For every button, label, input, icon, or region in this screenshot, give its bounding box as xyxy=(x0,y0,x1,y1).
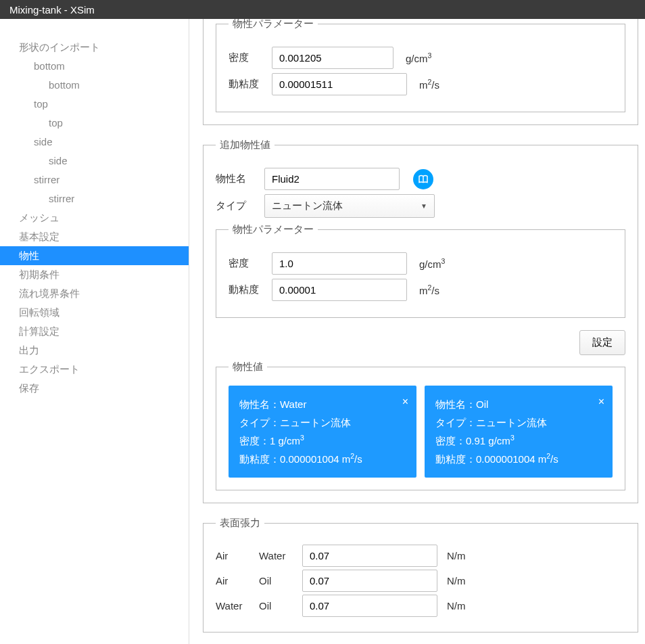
tension-pair1: Air xyxy=(216,575,254,586)
viscosity-input-1[interactable] xyxy=(272,73,407,95)
property-card-1: ×物性名：Oilタイプ：ニュートン流体密度：0.91 g/cm3動粘度：0.00… xyxy=(425,386,613,478)
prop-type-label: タイプ xyxy=(216,200,256,212)
sidebar-item-13[interactable]: 流れ境界条件 xyxy=(0,284,189,303)
chevron-down-icon: ▼ xyxy=(421,202,427,210)
sidebar-item-4[interactable]: top xyxy=(0,114,189,133)
tension-row-1: AirOilN/m xyxy=(216,570,625,592)
legend-phys-param-2: 物性パラメーター xyxy=(229,223,318,236)
sidebar-item-1[interactable]: bottom xyxy=(0,57,189,76)
legend-phys-param-1: 物性パラメーター xyxy=(229,19,318,30)
library-icon[interactable] xyxy=(413,169,433,189)
sidebar-item-7[interactable]: stirrer xyxy=(0,170,189,189)
card-density: 密度：0.91 g/cm3 xyxy=(435,432,602,450)
sidebar: 形状のインポートbottombottomtoptopsidesidestirre… xyxy=(0,19,189,644)
window-title-bar: Mixing-tank - XSim xyxy=(0,0,645,19)
prop-name-label: 物性名 xyxy=(216,172,256,185)
sidebar-item-16[interactable]: 出力 xyxy=(0,341,189,360)
card-viscosity: 動粘度：0.000001004 m2/s xyxy=(435,450,602,468)
sidebar-item-0[interactable]: 形状のインポート xyxy=(0,38,189,57)
viscosity-input-2[interactable] xyxy=(272,279,407,301)
viscosity-unit-1: m2/s xyxy=(419,78,439,91)
card-type: タイプ：ニュートン流体 xyxy=(435,413,602,432)
sidebar-item-17[interactable]: エクスポート xyxy=(0,360,189,379)
legend-surface-tension: 表面張力 xyxy=(216,517,264,530)
sidebar-item-18[interactable]: 保存 xyxy=(0,379,189,398)
sidebar-item-2[interactable]: bottom xyxy=(0,76,189,95)
tension-input-0[interactable] xyxy=(302,545,437,567)
sidebar-item-12[interactable]: 初期条件 xyxy=(0,265,189,284)
sidebar-item-3[interactable]: top xyxy=(0,95,189,114)
main-container: 形状のインポートbottombottomtoptopsidesidestirre… xyxy=(0,19,645,644)
phys-param-fieldset-1: 物性パラメーター 密度 g/cm3 動粘度 m2/s xyxy=(216,19,625,112)
tension-input-2[interactable] xyxy=(302,595,437,617)
density-input-1[interactable] xyxy=(272,47,393,69)
prop-name-input[interactable] xyxy=(264,168,400,190)
sidebar-item-11[interactable]: 物性 xyxy=(0,246,189,265)
tension-pair2: Water xyxy=(259,550,297,561)
prop-type-value: ニュートン流体 xyxy=(272,200,343,212)
density-label-2: 密度 xyxy=(229,257,264,270)
card-name: 物性名：Oil xyxy=(435,395,602,413)
card-type: タイプ：ニュートン流体 xyxy=(239,413,406,432)
density-unit-2: g/cm3 xyxy=(419,257,445,270)
density-unit-1: g/cm3 xyxy=(406,51,431,64)
set-button[interactable]: 設定 xyxy=(579,330,625,355)
tension-pair2: Oil xyxy=(259,600,297,612)
sidebar-item-10[interactable]: 基本設定 xyxy=(0,227,189,246)
sidebar-item-14[interactable]: 回転領域 xyxy=(0,303,189,322)
cards-container: ×物性名：Waterタイプ：ニュートン流体密度：1 g/cm3動粘度：0.000… xyxy=(229,386,613,478)
density-input-2[interactable] xyxy=(272,252,407,275)
card-viscosity: 動粘度：0.000001004 m2/s xyxy=(239,450,406,468)
sidebar-item-5[interactable]: side xyxy=(0,133,189,152)
sidebar-item-15[interactable]: 計算設定 xyxy=(0,322,189,341)
tension-row-2: WaterOilN/m xyxy=(216,595,625,617)
tension-pair1: Air xyxy=(216,550,254,561)
density-label-1: 密度 xyxy=(229,51,264,64)
viscosity-label-1: 動粘度 xyxy=(229,78,264,91)
card-close-icon[interactable]: × xyxy=(598,392,604,412)
card-close-icon[interactable]: × xyxy=(402,392,408,412)
surface-tension-fieldset: 表面張力 AirWaterN/mAirOilN/mWaterOilN/m xyxy=(203,517,638,632)
top-partial-panel: 物性パラメーター 密度 g/cm3 動粘度 m2/s xyxy=(203,19,638,125)
phys-param-fieldset-2: 物性パラメーター 密度 g/cm3 動粘度 m2/s xyxy=(216,223,625,318)
tension-unit: N/m xyxy=(447,550,466,561)
tension-unit: N/m xyxy=(447,575,466,586)
sidebar-item-6[interactable]: side xyxy=(0,152,189,170)
property-card-0: ×物性名：Waterタイプ：ニュートン流体密度：1 g/cm3動粘度：0.000… xyxy=(229,386,416,478)
card-density: 密度：1 g/cm3 xyxy=(239,432,406,450)
additional-props-fieldset: 追加物性値 物性名 タイプ ニュートン流体 ▼ 物 xyxy=(203,139,638,503)
sidebar-item-9[interactable]: メッシュ xyxy=(0,208,189,227)
legend-props-cards: 物性値 xyxy=(229,361,267,373)
tension-pair2: Oil xyxy=(259,575,297,586)
tension-pair1: Water xyxy=(216,600,254,612)
window-title: Mixing-tank - XSim xyxy=(9,4,95,16)
prop-type-select[interactable]: ニュートン流体 ▼ xyxy=(264,194,435,218)
sidebar-item-8[interactable]: stirrer xyxy=(0,189,189,208)
tension-input-1[interactable] xyxy=(302,570,437,592)
card-name: 物性名：Water xyxy=(239,395,406,413)
nav-tree: 形状のインポートbottombottomtoptopsidesidestirre… xyxy=(0,38,189,398)
legend-additional-props: 追加物性値 xyxy=(216,139,274,152)
props-cards-fieldset: 物性値 ×物性名：Waterタイプ：ニュートン流体密度：1 g/cm3動粘度：0… xyxy=(216,361,625,490)
viscosity-unit-2: m2/s xyxy=(419,283,439,296)
tension-row-0: AirWaterN/m xyxy=(216,545,625,567)
tension-unit: N/m xyxy=(447,600,466,612)
main-panel: 物性パラメーター 密度 g/cm3 動粘度 m2/s 追加物性値 物性名 xyxy=(189,19,645,644)
viscosity-label-2: 動粘度 xyxy=(229,283,264,296)
